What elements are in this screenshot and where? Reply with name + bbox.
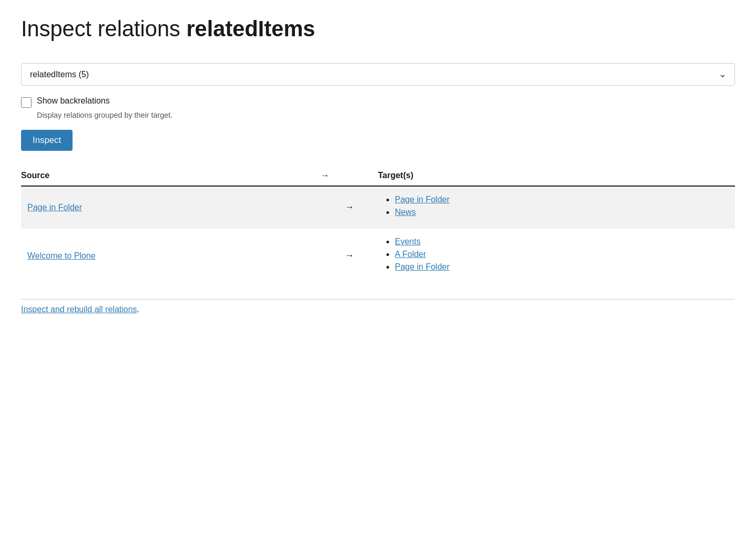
inspect-rebuild-link[interactable]: Inspect and rebuild all relations <box>21 305 137 314</box>
source-link[interactable]: Welcome to Plone <box>27 251 96 260</box>
target-link[interactable]: Page in Folder <box>395 262 449 271</box>
list-item: Events <box>395 237 729 246</box>
source-link[interactable]: Page in Folder <box>27 203 82 212</box>
backrelations-checkbox[interactable] <box>21 97 32 108</box>
targets-cell: EventsA FolderPage in Folder <box>378 229 735 283</box>
target-link[interactable]: Events <box>395 237 421 246</box>
backrelations-label[interactable]: Show backrelations <box>37 96 110 106</box>
column-header-arrow: → <box>321 166 378 186</box>
list-item: Page in Folder <box>395 195 729 204</box>
inspect-button[interactable]: Inspect <box>21 130 73 151</box>
page-title-bold: relatedItems <box>186 16 315 41</box>
table-row: Welcome to Plone→EventsA FolderPage in F… <box>21 229 735 283</box>
target-link[interactable]: News <box>395 208 416 217</box>
backrelations-description: Display relations grouped by their targe… <box>37 111 735 119</box>
page-title: Inspect relations relatedItems <box>21 16 735 42</box>
list-item: A Folder <box>395 250 729 259</box>
dropdown-wrapper: relatedItems (5) ⌄ <box>21 63 735 86</box>
arrow-cell: → <box>321 229 378 283</box>
arrow-cell: → <box>321 186 378 229</box>
dropdown-container: relatedItems (5) ⌄ <box>21 63 735 86</box>
footer-section: Inspect and rebuild all relations. <box>21 299 735 314</box>
targets-cell: Page in FolderNews <box>378 186 735 229</box>
target-link[interactable]: A Folder <box>395 250 426 259</box>
target-link[interactable]: Page in Folder <box>395 195 449 204</box>
table-row: Page in Folder→Page in FolderNews <box>21 186 735 229</box>
source-cell: Welcome to Plone <box>21 229 321 283</box>
relation-type-select[interactable]: relatedItems (5) <box>21 63 735 86</box>
page-title-prefix: Inspect relations <box>21 16 186 41</box>
column-header-source: Source <box>21 166 321 186</box>
table-header-row: Source → Target(s) <box>21 166 735 186</box>
relations-table: Source → Target(s) Page in Folder→Page i… <box>21 166 735 283</box>
footer-text: Inspect and rebuild all relations. <box>21 305 139 314</box>
footer-trailing-text: . <box>137 305 139 314</box>
list-item: News <box>395 208 729 217</box>
list-item: Page in Folder <box>395 262 729 272</box>
backrelations-checkbox-row: Show backrelations <box>21 96 735 108</box>
column-header-targets: Target(s) <box>378 166 735 186</box>
source-cell: Page in Folder <box>21 186 321 229</box>
